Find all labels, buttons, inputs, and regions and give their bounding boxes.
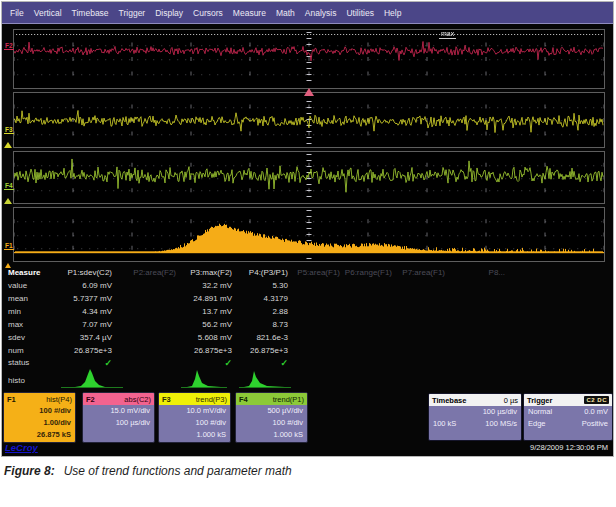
param-header-p2[interactable]: P2:area(F2) xyxy=(115,268,179,277)
datetime-display: 9/28/2009 12:30:06 PM xyxy=(530,443,608,452)
f2-id: F2 xyxy=(86,395,95,404)
cell-p4-num: 26.875e+3 xyxy=(235,346,291,355)
histicon-p3 xyxy=(181,367,227,389)
f1-scale-line: 26.875 kS xyxy=(4,429,75,441)
menu-cursors[interactable]: Cursors xyxy=(193,8,223,18)
row-label-mean: mean xyxy=(3,294,61,303)
f1-id: F1 xyxy=(7,395,16,404)
cell-p1-num: 26.875e+3 xyxy=(61,346,115,355)
menu-timebase[interactable]: Timebase xyxy=(72,8,109,18)
trigger-level: 0.0 mV xyxy=(584,406,608,418)
f1-scale-line: 1.00/div xyxy=(4,417,75,429)
measure-row-mean: mean 5.7377 mV 24.891 mV 4.3179 xyxy=(3,292,613,305)
f4-descriptor-header: F4 trend(P1) xyxy=(236,393,307,405)
menu-utilities[interactable]: Utilities xyxy=(346,8,373,18)
f2-scale-line: 15.0 mV/div xyxy=(83,405,154,417)
row-label-num: num xyxy=(3,346,61,355)
cell-p1-value: 6.09 mV xyxy=(61,281,115,290)
timebase-box[interactable]: Timebase 0 µs 100 µs/div 100 kS 100 MS/s xyxy=(428,393,522,441)
measure-row-min: min 4.34 mV 13.7 mV 2.88 xyxy=(3,305,613,318)
row-label-max: max xyxy=(3,320,61,329)
f1-descriptor-box[interactable]: F1 hist(P4) 100 #/div 1.00/div 26.875 kS xyxy=(3,392,76,443)
f3-descriptor-box[interactable]: F3 trend(P3) 10.0 mV/div 100 #/div 1.000… xyxy=(158,392,231,443)
measure-title: Measure xyxy=(3,268,61,277)
trace-label-f1[interactable]: F1 xyxy=(4,242,14,250)
trigger-type-row: Edge Positive xyxy=(524,418,612,430)
menu-measure[interactable]: Measure xyxy=(233,8,266,18)
f2-descriptor-box[interactable]: F2 abs(C2) 15.0 mV/div 100 µs/div xyxy=(82,392,155,443)
f4-trace-canvas xyxy=(14,152,604,203)
menu-file[interactable]: File xyxy=(10,8,24,18)
cell-p1-max: 7.07 mV xyxy=(61,320,115,329)
cell-p3-mean: 24.891 mV xyxy=(179,294,235,303)
param-header-p5[interactable]: P5:area(F1) xyxy=(291,268,343,277)
status-check-p4: ✓ xyxy=(235,358,291,368)
cell-p3-value: 32.2 mV xyxy=(179,281,235,290)
menu-help[interactable]: Help xyxy=(384,8,401,18)
f3-trace-canvas xyxy=(14,93,604,147)
cell-p3-num: 26.875e+3 xyxy=(179,346,235,355)
f4-descriptor-box[interactable]: F4 trend(P1) 500 µV/div 100 #/div 1.000 … xyxy=(235,392,308,443)
row-label-min: min xyxy=(3,307,61,316)
trigger-mode-row: Normal 0.0 mV xyxy=(524,406,612,418)
param-header-p1[interactable]: P1:sdev(C2) xyxy=(61,268,115,277)
trigger-source-badge: C2 DC xyxy=(584,396,609,404)
f2-descriptor-header: F2 abs(C2) xyxy=(83,393,154,405)
caption-text: Use of trend functions and parameter mat… xyxy=(64,464,292,478)
trace-label-f3[interactable]: F3 xyxy=(4,126,14,134)
trigger-type: Edge xyxy=(528,418,546,430)
trigger-slope: Positive xyxy=(582,418,608,430)
menu-display[interactable]: Display xyxy=(155,8,183,18)
trigger-box[interactable]: Trigger C2 DC Normal 0.0 mV Edge Positiv… xyxy=(523,393,613,441)
param-header-p7[interactable]: P7:area(F1) xyxy=(395,268,448,277)
f1-scale-line: 100 #/div xyxy=(4,405,75,417)
figure-number: Figure 8: xyxy=(4,464,55,478)
f4-function: trend(P1) xyxy=(273,395,304,404)
page: File Vertical Timebase Trigger Display C… xyxy=(0,0,616,507)
measure-row-max: max 7.07 mV 56.2 mV 8.73 xyxy=(3,318,613,331)
f2-function: abs(C2) xyxy=(124,395,151,404)
waveform-panel-f2[interactable] xyxy=(13,29,605,89)
measure-row-num: num 26.875e+3 26.875e+3 26.875e+3 xyxy=(3,344,613,357)
trace-label-f2[interactable]: F2 xyxy=(4,42,14,50)
f3-function: trend(P3) xyxy=(196,395,227,404)
f3-scale-line: 10.0 mV/div xyxy=(159,405,230,417)
param-header-p3[interactable]: P3:max(F2) xyxy=(179,268,235,277)
timebase-perdiv-row: 100 µs/div xyxy=(429,406,521,418)
waveform-panel-f4[interactable] xyxy=(13,151,605,204)
waveform-panel-f3[interactable] xyxy=(13,92,605,148)
f3-scale-line: 100 #/div xyxy=(159,417,230,429)
f3-descriptor-header: F3 trend(P3) xyxy=(159,393,230,405)
menu-vertical[interactable]: Vertical xyxy=(34,8,62,18)
param-header-p4[interactable]: P4:(P3/P1) xyxy=(235,268,291,277)
menu-trigger[interactable]: Trigger xyxy=(119,8,146,18)
status-check-p1: ✓ xyxy=(61,358,115,368)
menu-analysis[interactable]: Analysis xyxy=(305,8,337,18)
row-label-value: value xyxy=(3,281,61,290)
param-header-p6[interactable]: P6:range(F1) xyxy=(343,268,395,277)
cell-p1-mean: 5.7377 mV xyxy=(61,294,115,303)
f1-histogram-canvas xyxy=(14,208,604,261)
status-check-p3: ✓ xyxy=(179,358,235,368)
histicon-p1 xyxy=(61,367,123,389)
f3-zero-level-marker[interactable] xyxy=(4,142,12,148)
f2-scale-line: 100 µs/div xyxy=(83,417,154,429)
trigger-title: Trigger xyxy=(527,396,552,405)
measure-row-value: value 6.09 mV 32.2 mV 5.30 xyxy=(3,279,613,292)
measure-row-sdev: sdev 357.4 µV 5.608 mV 821.6e-3 xyxy=(3,331,613,344)
timebase-offset: 0 µs xyxy=(504,396,518,405)
f4-scale-line: 1.000 kS xyxy=(236,429,307,441)
menu-math[interactable]: Math xyxy=(276,8,295,18)
timebase-per-div: 100 µs/div xyxy=(483,406,517,418)
trigger-position-marker[interactable] xyxy=(304,88,314,96)
f3-id: F3 xyxy=(162,395,171,404)
menu-bar: File Vertical Timebase Trigger Display C… xyxy=(2,2,613,24)
cell-p4-min: 2.88 xyxy=(235,307,291,316)
f4-zero-level-marker[interactable] xyxy=(4,198,12,204)
f3-scale-line: 1.000 kS xyxy=(159,429,230,441)
param-header-p8[interactable]: P8... xyxy=(448,268,508,277)
lecroy-logo: LeCroy xyxy=(5,442,38,453)
trigger-header: Trigger C2 DC xyxy=(524,394,612,406)
trace-label-f4[interactable]: F4 xyxy=(4,182,14,190)
waveform-panel-f1[interactable] xyxy=(13,207,605,262)
